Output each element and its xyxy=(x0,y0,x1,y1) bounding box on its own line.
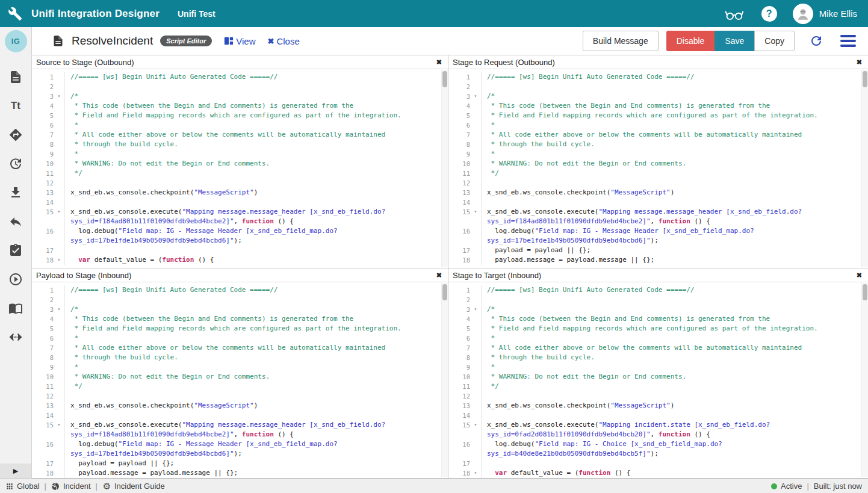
user-name[interactable]: Mike Ellis xyxy=(819,8,857,19)
scrollbar-track[interactable] xyxy=(861,283,868,477)
view-button[interactable]: View xyxy=(224,36,255,46)
code-line[interactable]: 17 xyxy=(32,246,441,255)
code-line[interactable]: 3▾/* xyxy=(448,91,861,101)
documentation-icon[interactable] xyxy=(8,300,23,316)
code-line[interactable]: 12 xyxy=(448,178,861,188)
code-line[interactable]: 18 payload.message = payload.message || … xyxy=(32,468,441,478)
directions-icon[interactable] xyxy=(8,127,23,143)
checklist-icon[interactable] xyxy=(8,243,23,258)
code-line[interactable]: 13x_snd_eb.ws_console.checkpoint("Messag… xyxy=(32,188,441,197)
code-line[interactable]: 1//===== [ws] Begin Unifi Auto Generated… xyxy=(32,72,441,82)
scrollbar-track[interactable] xyxy=(441,283,448,477)
fold-arrow-icon[interactable]: ▾ xyxy=(54,305,64,314)
code-line[interactable]: 4 * This code (between the Begin and End… xyxy=(32,314,441,324)
code-line[interactable]: 5 * Field and Field mapping records whic… xyxy=(448,324,861,333)
disable-button[interactable]: Disable xyxy=(666,31,715,51)
save-button[interactable]: Save xyxy=(715,31,754,51)
code-line[interactable]: 7 * All code either above or below the c… xyxy=(32,130,441,140)
code-line[interactable]: 8 * through the build cycle. xyxy=(32,353,441,362)
code-line[interactable]: 8 * through the build cycle. xyxy=(32,140,441,149)
undo-icon[interactable] xyxy=(8,214,23,229)
code-editor[interactable]: 1//===== [ws] Begin Unifi Auto Generated… xyxy=(448,69,861,268)
code-line[interactable]: 8 * through the build cycle. xyxy=(448,353,861,362)
code-line[interactable]: 13x_snd_eb.ws_console.checkpoint("Messag… xyxy=(448,401,861,411)
panel-close-icon[interactable]: ✖ xyxy=(436,58,442,66)
fold-arrow-icon[interactable]: ▾ xyxy=(54,207,64,217)
code-line[interactable]: 16 log.debug("Field map: IG - Message He… xyxy=(448,226,861,236)
fold-arrow-icon[interactable]: ▾ xyxy=(470,468,481,478)
code-line[interactable]: 8 * through the build cycle. xyxy=(448,140,861,149)
code-line[interactable]: 12 xyxy=(448,391,861,401)
fold-arrow-icon[interactable]: ▾ xyxy=(470,305,481,314)
code-line[interactable]: 6 * xyxy=(448,120,861,130)
code-line[interactable]: 17 payload = payload || {}; xyxy=(448,246,861,255)
code-line[interactable]: 11 */ xyxy=(32,382,441,391)
run-icon[interactable] xyxy=(8,271,23,287)
code-line[interactable]: sys_id=b40de8e21b0db05090dfdb9ebd4bcb5f]… xyxy=(448,449,861,459)
code-line[interactable]: 16 log.debug("Field map: IG - Message He… xyxy=(32,439,441,449)
code-line[interactable]: 4 * This code (between the Begin and End… xyxy=(448,314,861,324)
help-icon[interactable]: ? xyxy=(761,6,777,22)
panel-close-icon[interactable]: ✖ xyxy=(857,271,862,279)
code-line[interactable]: 13x_snd_eb.ws_console.checkpoint("Messag… xyxy=(32,401,441,411)
reading-glasses-icon[interactable] xyxy=(724,6,745,22)
code-line[interactable]: 2 xyxy=(448,295,861,305)
code-line[interactable]: 9 * xyxy=(32,362,441,372)
code-line[interactable]: 15▾x_snd_eb.ws_console.execute("Mapping … xyxy=(32,207,441,217)
code-line[interactable]: sys_id=17be1fde1b49b05090dfdb9ebd4bcbd6]… xyxy=(448,236,861,246)
code-line[interactable]: 9 * xyxy=(32,149,441,159)
code-line[interactable]: 7 * All code either above or below the c… xyxy=(448,130,861,140)
fold-arrow-icon[interactable]: ▾ xyxy=(470,207,481,217)
statusbar-item-global[interactable]: Global xyxy=(5,482,40,491)
code-line[interactable]: 17 payload = payload || {}; xyxy=(32,459,441,468)
fold-arrow-icon[interactable]: ▾ xyxy=(54,91,64,101)
code-line[interactable]: 12 xyxy=(32,391,441,401)
history-icon[interactable] xyxy=(8,156,23,172)
code-line[interactable]: 15▾x_snd_eb.ws_console.execute("Mapping … xyxy=(448,420,861,430)
code-line[interactable]: 5 * Field and Field mapping records whic… xyxy=(448,111,861,120)
code-line[interactable]: 6 * xyxy=(448,333,861,343)
code-line[interactable]: 1//===== [ws] Begin Unifi Auto Generated… xyxy=(32,285,441,295)
code-line[interactable]: 10 * WARNING: Do not edit the Begin or E… xyxy=(32,159,441,169)
scrollbar-track[interactable] xyxy=(441,70,448,267)
code-line[interactable]: 15▾x_snd_eb.ws_console.execute("Mapping … xyxy=(32,420,441,430)
code-editor[interactable]: 1//===== [ws] Begin Unifi Auto Generated… xyxy=(32,69,441,268)
code-line[interactable]: 16 log.debug("Field map: IG - Message He… xyxy=(32,226,441,236)
code-line[interactable]: 14 xyxy=(448,411,861,420)
fold-arrow-icon[interactable]: ▾ xyxy=(54,255,64,265)
code-line[interactable]: 2 xyxy=(32,295,441,305)
code-line[interactable]: 3▾/* xyxy=(32,305,441,314)
build-message-button[interactable]: Build Message xyxy=(583,31,659,51)
fold-arrow-icon[interactable]: ▾ xyxy=(470,91,481,101)
code-line[interactable]: 18 payload.message = payload.message || … xyxy=(448,255,861,265)
code-line[interactable]: sys_id=0fad2d081b11f01090dfdb9ebd4bcb20]… xyxy=(448,430,861,439)
code-line[interactable]: 7 * All code either above or below the c… xyxy=(448,343,861,353)
code-line[interactable]: 4 * This code (between the Begin and End… xyxy=(32,101,441,111)
download-icon[interactable] xyxy=(8,185,23,200)
panel-close-icon[interactable]: ✖ xyxy=(857,58,862,66)
script-document-icon[interactable] xyxy=(8,69,23,85)
code-editor[interactable]: 1//===== [ws] Begin Unifi Auto Generated… xyxy=(32,282,441,478)
code-line[interactable]: sys_id=f184ad801b11f01090dfdb9ebd4bcbe2]… xyxy=(32,217,441,226)
code-line[interactable]: 2 xyxy=(32,82,441,91)
code-line[interactable]: 9 * xyxy=(448,362,861,372)
code-editor[interactable]: 1//===== [ws] Begin Unifi Auto Generated… xyxy=(448,282,861,478)
code-line[interactable]: 4 * This code (between the Begin and End… xyxy=(448,101,861,111)
code-line[interactable]: 5 * Field and Field mapping records whic… xyxy=(32,324,441,333)
scrollbar-thumb[interactable] xyxy=(442,284,447,300)
code-line[interactable]: 6 * xyxy=(32,120,441,130)
menu-icon[interactable] xyxy=(840,35,856,47)
code-line[interactable]: 16 log.debug("Field map: IG - Choice [x_… xyxy=(448,439,861,449)
scrollbar-thumb[interactable] xyxy=(863,284,867,300)
code-line[interactable]: 11 */ xyxy=(448,382,861,391)
scrollbar-thumb[interactable] xyxy=(442,71,447,87)
code-line[interactable]: 9 * xyxy=(448,149,861,159)
code-line[interactable]: 3▾/* xyxy=(32,91,441,101)
code-line[interactable]: 12 xyxy=(32,178,441,188)
code-line[interactable]: 11 */ xyxy=(448,169,861,178)
code-line[interactable]: 5 * Field and Field mapping records whic… xyxy=(32,111,441,120)
code-line[interactable]: sys_id=f184ad801b11f01090dfdb9ebd4bcbe2]… xyxy=(32,430,441,439)
avatar[interactable] xyxy=(793,4,813,24)
code-line[interactable]: 17 xyxy=(448,459,861,468)
statusbar-item-incident[interactable]: Incident xyxy=(51,482,91,491)
